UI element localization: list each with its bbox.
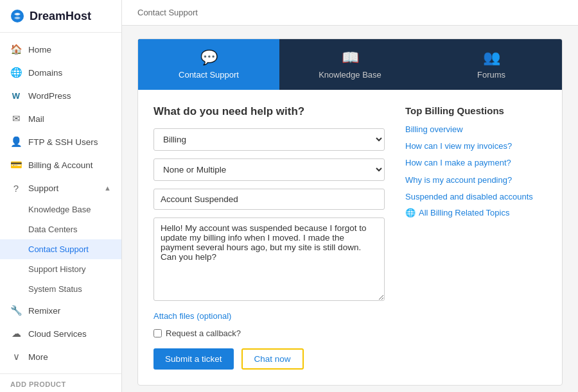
sidebar-item-remixer[interactable]: 🔧 Remixer: [0, 299, 121, 322]
sidebar-item-wordpress-label: WordPress: [28, 91, 71, 101]
attach-files-link[interactable]: Attach files (optional): [153, 311, 231, 321]
forums-icon: 👥: [483, 49, 500, 66]
sidebar-item-data-centers-label: Data Centers: [28, 225, 78, 234]
buttons-row: Submit a ticket Chat now: [153, 348, 385, 370]
sidebar-item-domains-label: Domains: [28, 68, 62, 78]
cloud-icon: ☁: [10, 328, 22, 339]
main-content: Contact Support 💬 Contact Support 📖 Know…: [122, 0, 578, 392]
form-left: What do you need help with? Billing Doma…: [153, 105, 385, 370]
subcategory-select[interactable]: None or Multiple Invoices Payments Accou…: [153, 158, 385, 181]
sidebar-item-knowledge-base[interactable]: Knowledge Base: [0, 200, 121, 219]
sidebar-item-cloud[interactable]: ☁ Cloud Services: [0, 322, 121, 345]
callback-label: Request a callback?: [166, 328, 241, 338]
breadcrumb-text: Contact Support: [137, 8, 198, 17]
tab-knowledge-base[interactable]: 📖 Knowledge Base: [279, 39, 421, 90]
message-textarea[interactable]: Hello! My account was suspended because …: [153, 217, 385, 301]
tab-forums-label: Forums: [477, 70, 505, 80]
tab-knowledge-base-label: Knowledge Base: [319, 70, 381, 80]
sidebar-item-more[interactable]: ∨ More: [0, 345, 121, 368]
sidebar-item-billing[interactable]: 💳 Billing & Account: [0, 153, 121, 176]
mail-icon: ✉: [10, 113, 22, 124]
sidebar-item-data-centers[interactable]: Data Centers: [0, 219, 121, 239]
tab-forums[interactable]: 👥 Forums: [421, 39, 562, 90]
sidebar-item-contact-support[interactable]: Contact Support: [0, 239, 121, 259]
callback-row: Request a callback?: [153, 328, 385, 338]
billing-sidebar: Top Billing Questions Billing overview H…: [405, 105, 547, 370]
remixer-icon: 🔧: [10, 305, 22, 316]
user-icon: 👤: [10, 136, 22, 148]
form-area: What do you need help with? Billing Doma…: [138, 90, 562, 385]
sidebar-item-domains[interactable]: 🌐 Domains: [0, 61, 121, 84]
wordpress-icon: W: [10, 90, 22, 101]
sidebar-item-cloud-label: Cloud Services: [28, 329, 87, 339]
home-icon: 🏠: [10, 44, 22, 55]
dreamhost-logo-icon: [10, 9, 24, 23]
book-icon: 📖: [342, 49, 359, 66]
subject-input[interactable]: [153, 189, 385, 210]
submit-ticket-button[interactable]: Submit a ticket: [153, 348, 234, 370]
sidebar-item-home[interactable]: 🏠 Home: [0, 38, 121, 61]
sidebar-item-contact-support-label: Contact Support: [28, 244, 89, 254]
breadcrumb: Contact Support: [122, 0, 578, 26]
sidebar-support-sub: Knowledge Base Data Centers Contact Supp…: [0, 200, 121, 299]
form-title: What do you need help with?: [153, 105, 385, 118]
sidebar-item-billing-label: Billing & Account: [28, 160, 93, 170]
sidebar-item-more-label: More: [28, 352, 48, 362]
billing-icon: 💳: [10, 159, 22, 171]
more-icon: ∨: [10, 351, 22, 362]
billing-link-pending[interactable]: Why is my account pending?: [405, 175, 547, 186]
logo-text: DreamHost: [30, 10, 91, 23]
sidebar-nav: 🏠 Home 🌐 Domains W WordPress ✉ Mail 👤 FT…: [0, 33, 121, 373]
billing-link-overview[interactable]: Billing overview: [405, 124, 547, 135]
support-icon: ?: [10, 182, 22, 194]
sidebar-item-ftp-label: FTP & SSH Users: [28, 137, 98, 147]
sidebar-item-wordpress[interactable]: W WordPress: [0, 84, 121, 107]
tab-contact-support[interactable]: 💬 Contact Support: [138, 39, 279, 90]
sidebar-item-support-history[interactable]: Support History: [0, 259, 121, 279]
logo[interactable]: DreamHost: [0, 0, 121, 33]
callback-checkbox[interactable]: [153, 329, 162, 337]
support-card: 💬 Contact Support 📖 Knowledge Base 👥 For…: [137, 38, 563, 386]
tab-bar: 💬 Contact Support 📖 Knowledge Base 👥 For…: [138, 39, 562, 90]
sidebar-item-knowledge-base-label: Knowledge Base: [28, 205, 91, 214]
billing-link-suspended[interactable]: Suspended and disabled accounts: [405, 191, 547, 203]
chat-now-button[interactable]: Chat now: [241, 348, 304, 370]
billing-all-topics-label: All Billing Related Topics: [419, 208, 509, 217]
chat-icon: 💬: [200, 49, 218, 66]
svg-point-0: [11, 10, 24, 22]
sidebar-item-system-status-label: System Status: [28, 284, 82, 294]
sidebar: DreamHost 🏠 Home 🌐 Domains W WordPress ✉…: [0, 0, 122, 392]
sidebar-item-mail[interactable]: ✉ Mail: [0, 107, 121, 130]
sidebar-item-ftp-ssh[interactable]: 👤 FTP & SSH Users: [0, 130, 121, 153]
sidebar-item-system-status[interactable]: System Status: [0, 279, 121, 299]
chevron-up-icon: ▲: [104, 184, 111, 192]
billing-all-topics-link[interactable]: 🌐 All Billing Related Topics: [405, 208, 547, 217]
sidebar-item-home-label: Home: [28, 45, 51, 55]
sidebar-group-support[interactable]: ? Support ▲: [0, 176, 121, 200]
category-select[interactable]: Billing Domains WordPress Mail FTP & SSH…: [153, 128, 385, 151]
tab-contact-support-label: Contact Support: [179, 70, 239, 80]
billing-sidebar-title: Top Billing Questions: [405, 105, 547, 116]
sidebar-item-remixer-label: Remixer: [28, 306, 60, 316]
billing-link-payment[interactable]: How can I make a payment?: [405, 157, 547, 169]
content-area: 💬 Contact Support 📖 Knowledge Base 👥 For…: [122, 26, 578, 392]
sidebar-item-mail-label: Mail: [28, 114, 44, 124]
globe-icon: 🌐: [10, 67, 22, 78]
sidebar-item-support-history-label: Support History: [28, 264, 86, 274]
add-product-label: ADD PRODUCT: [0, 373, 121, 392]
sidebar-group-support-label: Support: [28, 183, 58, 193]
billing-link-invoices[interactable]: How can I view my invoices?: [405, 141, 547, 152]
globe-icon: 🌐: [405, 208, 416, 217]
